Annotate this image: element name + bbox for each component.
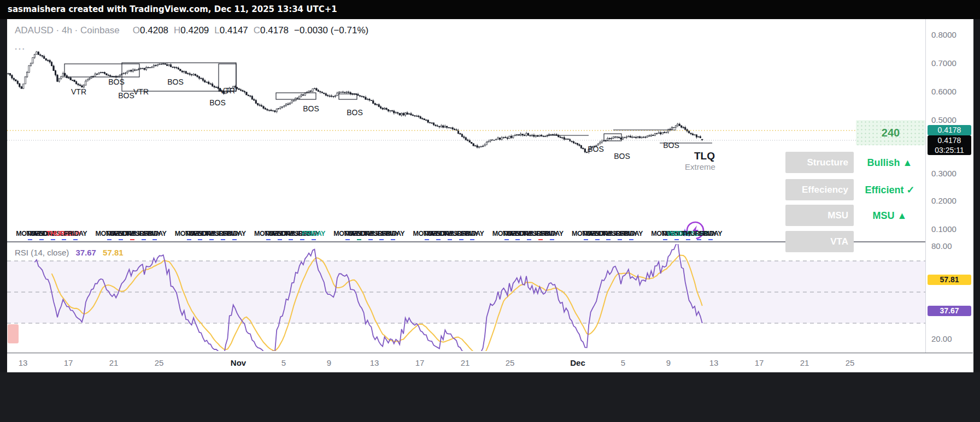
structure-label: BOS bbox=[663, 141, 679, 150]
rsi-value-main: 37.67 bbox=[75, 248, 96, 257]
day-name-label: FRIDAY bbox=[699, 230, 722, 237]
rsi-value-badge: 57.81 bbox=[928, 275, 971, 285]
day-name-label: FRIDAY bbox=[143, 230, 166, 237]
day-marker bbox=[629, 239, 633, 240]
day-marker bbox=[289, 239, 293, 240]
candle-bodies bbox=[8, 52, 703, 152]
rsi-scale-label: 20.00 bbox=[931, 334, 952, 343]
day-marker bbox=[278, 239, 282, 240]
day-marker bbox=[391, 239, 395, 240]
day-marker bbox=[198, 239, 202, 240]
time-axis-label: Dec bbox=[570, 358, 585, 367]
ohlc-number: 0.4178 bbox=[260, 25, 289, 35]
footer-bar: TradingView bbox=[0, 372, 980, 422]
time-axis-label: 25 bbox=[155, 358, 164, 367]
structure-label: BOS bbox=[209, 98, 226, 107]
more-options-icon[interactable]: ⋯ bbox=[14, 42, 26, 55]
tradingview-widget: sasmaishera created with TradingView.com… bbox=[0, 0, 980, 422]
time-axis-label: Nov bbox=[231, 358, 246, 367]
price-scale-label: 0.7000 bbox=[931, 58, 956, 68]
day-name-label: FRIDAY bbox=[620, 230, 643, 237]
change-value: −0.0030 (−0.71%) bbox=[294, 25, 368, 35]
day-marker bbox=[470, 239, 474, 240]
day-marker bbox=[62, 239, 66, 240]
day-marker bbox=[674, 239, 679, 240]
chart-legend: ADAUSD · 4h · CoinbaseO0.4208H0.4209L0.4… bbox=[15, 25, 368, 36]
rsi-params: (14, close) bbox=[31, 248, 69, 257]
rsi-scale-label: 80.00 bbox=[931, 241, 952, 251]
time-axis-label: 9 bbox=[666, 358, 671, 367]
rsi-value-badge: 37.67 bbox=[928, 306, 971, 316]
time-axis-label: 17 bbox=[415, 358, 425, 367]
structure-label: VTR bbox=[220, 86, 235, 95]
ohlc-letter: O bbox=[133, 25, 140, 35]
day-marker bbox=[119, 239, 123, 240]
structure-label: BOS bbox=[347, 108, 363, 117]
panel-value-structure: Bullish ▲ bbox=[867, 157, 913, 169]
day-marker bbox=[663, 239, 667, 240]
rsi-value-ma: 57.81 bbox=[103, 248, 124, 257]
structure-label: BOS bbox=[588, 145, 604, 153]
day-marker bbox=[345, 239, 350, 240]
ohlc-number: 0.4147 bbox=[220, 25, 248, 35]
day-marker bbox=[425, 239, 429, 240]
price-scale-label: 0.1000 bbox=[931, 224, 956, 234]
structure-label: VTR bbox=[133, 87, 149, 96]
ohlc-number: 0.4208 bbox=[140, 25, 168, 35]
indicator-price-badge: 0.4178 bbox=[928, 125, 971, 135]
day-marker bbox=[187, 239, 191, 240]
time-axis-label: 17 bbox=[64, 358, 73, 367]
day-marker bbox=[221, 239, 225, 240]
day-marker bbox=[527, 239, 531, 240]
day-marker bbox=[379, 239, 384, 240]
ohlc-values: O0.4208H0.4209L0.4147C0.4178 bbox=[127, 25, 289, 35]
candle-wicks bbox=[8, 51, 702, 153]
rsi-legend: RSI (14, close) 37.67 57.81 bbox=[15, 248, 124, 257]
day-marker bbox=[39, 239, 44, 240]
day-marker bbox=[584, 239, 588, 240]
day-marker bbox=[130, 239, 134, 240]
day-marker bbox=[51, 239, 55, 240]
day-marker bbox=[697, 239, 701, 240]
day-marker bbox=[686, 239, 690, 240]
day-marker bbox=[28, 239, 32, 240]
panel-value-effeciency: Efficient ✓ bbox=[865, 184, 914, 196]
time-axis-label: 5 bbox=[621, 358, 625, 367]
day-marker bbox=[357, 239, 361, 240]
panel-label-structure: Structure bbox=[785, 152, 854, 173]
day-marker bbox=[209, 239, 214, 240]
day-marker bbox=[107, 239, 112, 240]
ohlc-letter: L bbox=[214, 25, 219, 35]
day-marker bbox=[459, 239, 463, 240]
day-marker bbox=[618, 239, 622, 240]
structure-label: BOS bbox=[118, 91, 134, 100]
day-marker bbox=[152, 239, 157, 240]
day-marker bbox=[504, 239, 509, 240]
time-axis[interactable]: 13172125Nov5913172125Dec5913172125 bbox=[7, 353, 973, 373]
structure-label: BOS bbox=[167, 78, 184, 86]
day-marker bbox=[312, 239, 316, 240]
symbol-title: ADAUSD · 4h · Coinbase bbox=[15, 25, 120, 35]
day-marker bbox=[538, 239, 543, 240]
day-marker bbox=[606, 239, 611, 240]
day-marker bbox=[595, 239, 600, 240]
day-name-label: FRIDAY bbox=[382, 230, 404, 237]
day-marker bbox=[708, 239, 713, 240]
extreme-label: Extreme bbox=[685, 162, 715, 171]
time-axis-label: 5 bbox=[281, 358, 286, 367]
structure-label: BOS bbox=[108, 78, 125, 86]
structure-label: BOS bbox=[614, 152, 630, 161]
day-marker bbox=[368, 239, 373, 240]
bar-countdown: 03:25:11 bbox=[928, 145, 971, 155]
day-marker bbox=[550, 239, 554, 240]
time-axis-label: 25 bbox=[506, 358, 515, 367]
time-axis-label: 21 bbox=[461, 358, 470, 367]
attribution-text: sasmaishera created with TradingView.com… bbox=[8, 4, 337, 14]
panel-label-vta: VTA bbox=[785, 231, 854, 252]
chart-widget: BOSVTRBOSVTRBOSVTRBOSBOSBOSBOSBOSBOSTLQE… bbox=[7, 19, 973, 372]
day-marker bbox=[142, 239, 146, 240]
day-marker bbox=[266, 239, 271, 240]
day-marker bbox=[448, 239, 452, 240]
day-marker bbox=[232, 239, 237, 240]
price-scale[interactable]: 0.80000.70000.60000.50000.30000.20000.10… bbox=[925, 19, 973, 372]
